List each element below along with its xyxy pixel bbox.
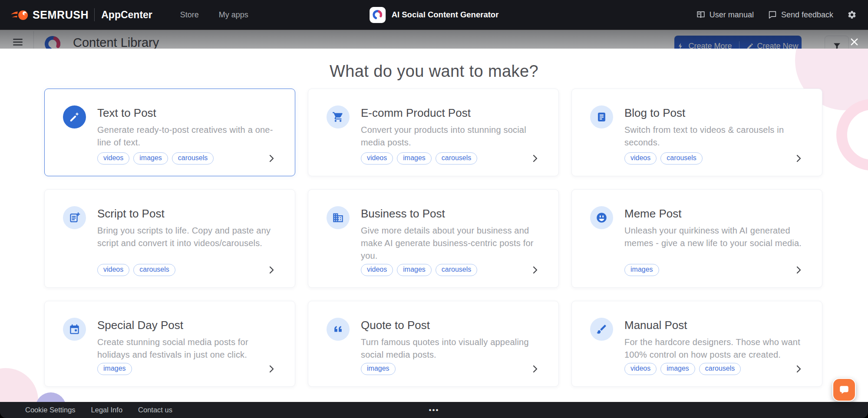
card-manual-post[interactable]: Manual PostFor the hardcore designers. T… xyxy=(571,301,822,387)
post-type-grid: Text to PostGenerate ready-to-post creat… xyxy=(0,89,868,387)
tag-videos: videos xyxy=(624,363,657,375)
chevron-right-icon xyxy=(266,265,277,275)
tag-videos: videos xyxy=(361,264,393,276)
card-description: Turn famous quotes into visually appeali… xyxy=(361,336,540,361)
topbar-divider xyxy=(94,8,95,21)
card-body: Blog to PostSwitch from text to videos &… xyxy=(624,105,804,165)
nav-store[interactable]: Store xyxy=(180,10,199,20)
tag-carousels: carousels xyxy=(436,264,477,276)
nav-my-apps[interactable]: My apps xyxy=(219,10,248,20)
building-icon xyxy=(327,206,350,229)
card-description: Create stunning social media posts for h… xyxy=(97,336,277,361)
tag-row: videosimagescarousels xyxy=(624,363,804,375)
blog-doc-icon xyxy=(590,105,613,128)
tag-videos: videos xyxy=(361,152,393,165)
send-feedback-label: Send feedback xyxy=(781,10,833,20)
card-body: Text to PostGenerate ready-to-post creat… xyxy=(97,105,277,165)
card-description: Convert your products into stunning soci… xyxy=(361,124,540,149)
footer-menu-dots[interactable]: ••• xyxy=(429,406,439,415)
footer-link-contact-us[interactable]: Contact us xyxy=(138,406,172,414)
card-body: Meme PostUnleash your quirkiness with AI… xyxy=(624,206,804,276)
current-app: AI Social Content Generator xyxy=(370,0,499,30)
card-e-comm-product-post[interactable]: E-comm Product PostConvert your products… xyxy=(308,89,559,176)
card-body: Quote to PostTurn famous quotes into vis… xyxy=(361,318,540,375)
card-description: Bring you scripts to life. Copy and past… xyxy=(97,224,277,250)
quote-icon xyxy=(327,318,350,341)
chevron-right-icon xyxy=(793,265,804,275)
tag-row: videoscarousels xyxy=(97,264,277,276)
card-title: Blog to Post xyxy=(624,106,804,120)
close-icon xyxy=(849,37,859,47)
chevron-right-icon xyxy=(530,364,540,374)
chat-launcher-button[interactable] xyxy=(832,378,856,402)
user-manual-button[interactable]: User manual xyxy=(696,10,754,20)
tag-carousels: carousels xyxy=(699,363,741,375)
card-business-to-post[interactable]: Business to PostGive more details about … xyxy=(308,189,559,288)
tag-row: videosimagescarousels xyxy=(97,152,277,165)
card-script-to-post[interactable]: Script to PostBring you scripts to life.… xyxy=(44,189,295,288)
card-description: Give more details about your business an… xyxy=(361,224,540,262)
card-description: Switch from text to videos & carousels i… xyxy=(624,124,804,149)
smiley-icon xyxy=(590,206,613,229)
feedback-bubble-icon xyxy=(768,10,777,20)
card-description: Generate ready-to-post creatives with a … xyxy=(97,124,277,149)
tag-images: images xyxy=(97,363,132,375)
tag-row: images xyxy=(624,264,804,276)
card-quote-to-post[interactable]: Quote to PostTurn famous quotes into vis… xyxy=(308,301,559,387)
footer-link-cookie-settings[interactable]: Cookie Settings xyxy=(25,406,76,414)
card-title: Meme Post xyxy=(624,207,804,221)
card-title: Quote to Post xyxy=(361,319,540,332)
tag-carousels: carousels xyxy=(660,152,702,165)
what-to-make-modal: What do you want to make? Text to PostGe… xyxy=(0,49,868,402)
decorative-circle xyxy=(36,392,66,402)
card-special-day-post[interactable]: Special Day PostCreate stunning social m… xyxy=(44,301,295,387)
tag-carousels: carousels xyxy=(133,264,175,276)
calendar-icon xyxy=(63,318,86,341)
tag-images: images xyxy=(397,264,432,276)
brush-icon xyxy=(590,318,613,341)
chevron-right-icon xyxy=(266,364,277,374)
settings-button[interactable] xyxy=(847,10,857,20)
card-body: Manual PostFor the hardcore designers. T… xyxy=(624,318,804,375)
card-description: Unleash your quirkiness with AI generate… xyxy=(624,224,804,250)
cookie-footer: Cookie SettingsLegal InfoContact us••• xyxy=(0,402,868,418)
close-modal-button[interactable] xyxy=(847,35,861,49)
footer-link-legal-info[interactable]: Legal Info xyxy=(91,406,122,414)
tag-images: images xyxy=(660,363,695,375)
tag-row: images xyxy=(97,363,277,375)
chevron-right-icon xyxy=(530,153,540,164)
semrush-logo[interactable]: SEMRUSH xyxy=(10,9,89,21)
tag-row: images xyxy=(361,363,540,375)
tag-images: images xyxy=(361,363,396,375)
app-logo-icon xyxy=(370,7,386,23)
user-manual-label: User manual xyxy=(710,10,754,20)
gear-icon xyxy=(847,10,857,20)
chevron-right-icon xyxy=(266,153,277,164)
book-icon xyxy=(696,10,706,20)
tag-videos: videos xyxy=(97,264,129,276)
card-body: Business to PostGive more details about … xyxy=(361,206,540,276)
app-title: AI Social Content Generator xyxy=(392,10,499,20)
tag-row: videoscarousels xyxy=(624,152,804,165)
tag-videos: videos xyxy=(624,152,657,165)
chat-bubble-icon xyxy=(838,384,850,395)
brand-name: SEMRUSH xyxy=(33,9,89,21)
card-blog-to-post[interactable]: Blog to PostSwitch from text to videos &… xyxy=(571,89,822,176)
card-description: For the hardcore designers. Those who wa… xyxy=(624,336,804,361)
card-meme-post[interactable]: Meme PostUnleash your quirkiness with AI… xyxy=(571,189,822,288)
script-doc-icon xyxy=(63,206,86,229)
send-feedback-button[interactable]: Send feedback xyxy=(768,10,833,20)
top-bar: SEMRUSH AppCenter StoreMy apps AI Social… xyxy=(0,0,868,30)
card-text-to-post[interactable]: Text to PostGenerate ready-to-post creat… xyxy=(44,89,295,176)
chevron-right-icon xyxy=(793,364,804,374)
card-title: Special Day Post xyxy=(97,319,277,332)
tag-images: images xyxy=(397,152,432,165)
tag-carousels: carousels xyxy=(436,152,477,165)
card-body: Special Day PostCreate stunning social m… xyxy=(97,318,277,375)
product-name[interactable]: AppCenter xyxy=(101,9,152,21)
modal-title: What do you want to make? xyxy=(0,61,868,82)
chevron-right-icon xyxy=(530,265,540,275)
tag-images: images xyxy=(133,152,168,165)
magic-wand-icon xyxy=(63,105,86,128)
topbar-actions: User manual Send feedback xyxy=(696,10,857,20)
